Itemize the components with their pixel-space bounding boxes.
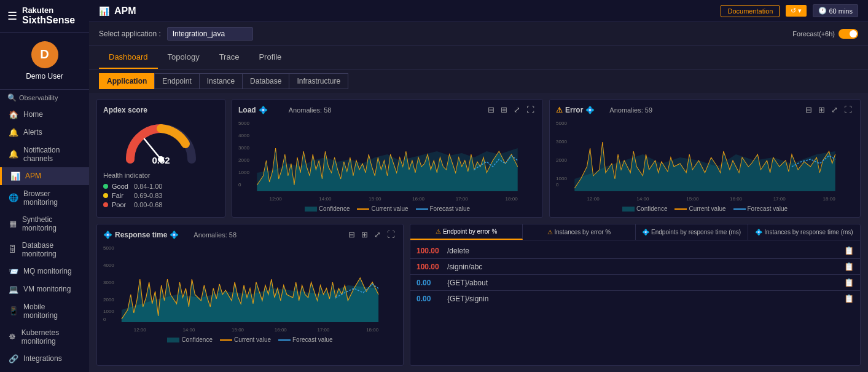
sidebar-item-mq[interactable]: 📨 MQ monitoring <box>0 263 89 280</box>
sidebar-item-vm[interactable]: 💻 VM monitoring <box>0 280 89 298</box>
ep-tab-instance-response[interactable]: 💠 Instances by response time (ms) <box>748 224 860 240</box>
svg-text:3000: 3000 <box>103 280 114 285</box>
tab-trace[interactable]: Trace <box>209 46 249 69</box>
load-anomalies: Anomalies: 58 <box>289 106 332 114</box>
refresh-button[interactable]: ↺ ▾ <box>786 5 807 17</box>
response-chart-btn1[interactable]: ⊟ <box>346 229 357 240</box>
sidebar-item-synthetic[interactable]: ▦ Synthetic monitoring <box>0 211 89 237</box>
subtab-infrastructure[interactable]: Infrastructure <box>289 73 348 89</box>
health-good: Good 0.84-1.00 <box>103 183 219 190</box>
sidebar-item-mobile[interactable]: 📱 Mobile monitoring <box>0 298 89 324</box>
apdex-panel: Apdex score 0.52 <box>96 99 225 218</box>
svg-text:14:00: 14:00 <box>182 327 195 333</box>
response-info-icon2: 💠 <box>170 231 179 239</box>
response-chart-btn3[interactable]: ⤢ <box>372 229 383 240</box>
time-range-button[interactable]: 🕐 60 mins <box>813 4 858 17</box>
error-legend-current: Current value <box>674 205 725 212</box>
avatar: D <box>31 41 58 68</box>
menu-icon[interactable]: ☰ <box>7 9 17 23</box>
subtab-endpoint[interactable]: Endpoint <box>154 73 199 89</box>
forecast-toggle: Forecast(+6h) <box>792 29 858 39</box>
nav-notification-label: Notification channels <box>23 146 80 163</box>
brand-rakuten: Rakuten <box>22 6 75 15</box>
database-icon: 🗄 <box>9 245 17 254</box>
error-chart-btn1[interactable]: ⊟ <box>803 105 814 115</box>
response-info-icon: 💠 <box>103 231 112 239</box>
sidebar-item-home[interactable]: 🏠 Home <box>0 106 89 124</box>
good-range: 0.84-1.00 <box>134 183 162 190</box>
ep-tab2-icon: ⚠ <box>547 229 553 235</box>
sidebar-item-apm[interactable]: 📊 APM <box>0 167 89 185</box>
ep-copy-icon-3[interactable]: 📋 <box>844 278 854 287</box>
error-chart-actions: ⊟ ⊞ ⤢ ⛶ <box>803 105 854 115</box>
observability-section: 🔍 Observability <box>0 90 89 106</box>
refresh-icon: ↺ <box>791 7 796 15</box>
tab-dashboard[interactable]: Dashboard <box>99 46 158 69</box>
load-chart-btn1[interactable]: ⊟ <box>486 105 496 115</box>
svg-text:16:00: 16:00 <box>730 196 743 202</box>
sidebar-item-notification[interactable]: 🔔 Notification channels <box>0 141 89 167</box>
tab-profile[interactable]: Profile <box>249 46 291 69</box>
ep-tab-endpoint-error[interactable]: ⚠ Endpoint by error % <box>410 224 523 240</box>
response-chart-btn4[interactable]: ⛶ <box>385 229 397 240</box>
sidebar-item-cloud[interactable]: ☁ Cloud monitoring <box>0 368 89 372</box>
svg-text:3000: 3000 <box>556 139 567 144</box>
svg-text:1000: 1000 <box>556 176 567 181</box>
sidebar-item-integrations[interactable]: 🔗 Integrations <box>0 350 89 368</box>
subtab-instance[interactable]: Instance <box>199 73 243 89</box>
svg-text:3000: 3000 <box>238 145 249 151</box>
svg-text:16:00: 16:00 <box>275 327 287 333</box>
error-chart-btn3[interactable]: ⤢ <box>829 105 840 115</box>
ep-copy-icon-1[interactable]: 📋 <box>844 246 854 255</box>
gauge-container: 0.52 <box>103 119 219 165</box>
nav-alerts-label: Alerts <box>23 128 42 137</box>
subtabs: Application Endpoint Instance Database I… <box>89 69 868 93</box>
subtab-application[interactable]: Application <box>99 73 155 89</box>
subtab-database[interactable]: Database <box>242 73 289 89</box>
ep-copy-icon-4[interactable]: 📋 <box>844 294 854 303</box>
response-chart-btn2[interactable]: ⊞ <box>359 229 370 240</box>
alerts-icon: 🔔 <box>9 128 18 137</box>
load-chart-area: 5000 4000 3000 2000 1000 0 12:00 14:00 1… <box>238 117 536 204</box>
sidebar-item-alerts[interactable]: 🔔 Alerts <box>0 124 89 141</box>
svg-text:5000: 5000 <box>238 121 249 126</box>
nav-browser-label: Browser monitoring <box>23 189 80 207</box>
svg-text:16:00: 16:00 <box>412 196 425 202</box>
load-title-text: Load <box>238 106 256 114</box>
ep-copy-icon-2[interactable]: 📋 <box>844 262 854 271</box>
sidebar-item-kubernetes[interactable]: ☸ Kubernetes monitoring <box>0 324 89 350</box>
error-chart-btn2[interactable]: ⊞ <box>816 105 827 115</box>
error-chart-svg: 5000 3000 2000 1000 0 12:00 14:00 15:00 … <box>556 117 854 204</box>
clock-icon: 🕐 <box>818 7 827 15</box>
documentation-button[interactable]: Documentation <box>721 5 780 17</box>
dashboard-content: Apdex score 0.52 <box>89 93 868 372</box>
ep-tab-instance-error[interactable]: ⚠ Instances by error % <box>523 224 635 240</box>
sidebar-item-browser[interactable]: 🌐 Browser monitoring <box>0 185 89 211</box>
nav-vm-label: VM monitoring <box>23 285 71 293</box>
svg-text:0: 0 <box>238 182 241 188</box>
error-chart-btn4[interactable]: ⛶ <box>842 105 854 115</box>
sidebar-item-database[interactable]: 🗄 Database monitoring <box>0 237 89 263</box>
forecast-toggle-switch[interactable] <box>839 29 858 39</box>
sidebar: ☰ Rakuten SixthSense D Demo User 🔍 Obser… <box>0 0 89 372</box>
good-dot <box>103 184 108 189</box>
ep-value-1: 100.00 <box>416 247 447 255</box>
application-select[interactable]: Integration_java Integration_node Integr… <box>167 27 253 41</box>
load-chart-btn4[interactable]: ⛶ <box>525 105 536 115</box>
error-chart-header: ⚠ Error 💠 Anomalies: 59 ⊟ ⊞ ⤢ ⛶ <box>556 105 854 115</box>
ep-row-2: 100.00 /signin/abc 📋 <box>410 259 860 275</box>
integrations-icon: 🔗 <box>9 354 18 363</box>
response-chart-title: 💠 Response time 💠 Anomalies: 58 <box>103 231 237 239</box>
sidebar-nav: 🏠 Home 🔔 Alerts 🔔 Notification channels … <box>0 106 89 372</box>
nav-integrations-label: Integrations <box>23 354 62 363</box>
load-chart-btn2[interactable]: ⊞ <box>499 105 509 115</box>
legend-confidence: Confidence <box>305 205 350 212</box>
load-chart-btn3[interactable]: ⤢ <box>512 105 522 115</box>
nav-mq-label: MQ monitoring <box>23 267 72 275</box>
nav-database-label: Database monitoring <box>22 241 80 258</box>
ep-tab3-icon: 💠 <box>642 229 649 235</box>
tab-topology[interactable]: Topology <box>158 46 209 69</box>
svg-text:2000: 2000 <box>103 297 114 303</box>
main-content: 📊 APM Documentation ↺ ▾ 🕐 60 mins Select… <box>89 0 868 372</box>
ep-tab-endpoint-response[interactable]: 💠 Endpoints by response time (ms) <box>636 224 748 240</box>
